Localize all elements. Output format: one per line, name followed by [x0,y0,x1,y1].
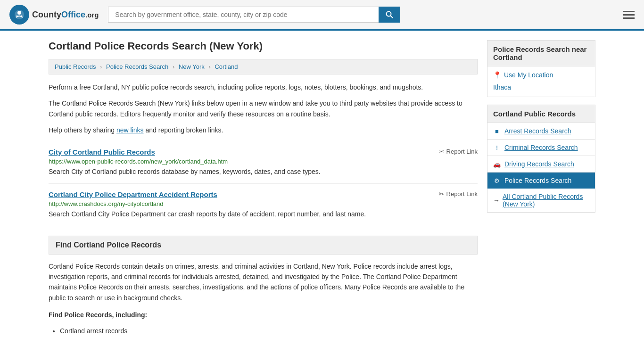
driving-icon: 🚗 [493,161,501,168]
nav-link-arrest[interactable]: Arrest Records Search [504,127,571,135]
breadcrumb-sep-1: › [100,63,102,70]
nav-label-police: Police Records Search [504,177,571,184]
logo-text: CountyOffice.org [32,10,99,20]
resource-title-2[interactable]: Cortland City Police Department Accident… [49,190,217,198]
nav-item-police[interactable]: ⚙ Police Records Search [487,173,595,189]
sidebar-records-header: Cortland Public Records [487,105,595,123]
logo-icon [9,5,29,25]
report-icon-1: ✂ [439,148,444,155]
nav-link-driving[interactable]: Driving Records Search [504,160,574,168]
report-link-btn-2[interactable]: ✂ Report Link [439,190,478,197]
resource-header-2: Cortland City Police Department Accident… [49,190,478,198]
report-icon-2: ✂ [439,190,444,197]
svg-point-2 [17,11,21,15]
new-links-link[interactable]: new links [116,126,144,134]
sidebar-nearby-body: 📍 Use My Location Ithaca [487,66,595,97]
report-link-btn-1[interactable]: ✂ Report Link [439,148,478,155]
resource-desc-1: Search City of Cortland public records d… [49,167,478,177]
content-area: Cortland Police Records Search (New York… [49,40,478,336]
menu-button[interactable] [623,11,635,19]
sidebar: Police Records Search near Cortland 📍 Us… [487,40,595,336]
use-my-location-btn[interactable]: 📍 Use My Location [493,71,589,79]
all-records-link[interactable]: All Cortland Public Records (New York) [503,193,589,208]
breadcrumb-new-york[interactable]: New York [179,63,205,70]
resource-url-2[interactable]: http://www.crashdocs.org/ny-cityofcortla… [49,200,478,207]
find-section-list-header: Find Police Records, including: [49,310,478,320]
resource-title-1[interactable]: City of Cortland Public Records [49,148,155,156]
breadcrumb-cortland[interactable]: Cortland [215,63,238,70]
nav-item-driving[interactable]: 🚗 Driving Records Search [487,156,595,173]
page-title: Cortland Police Records Search (New York… [49,40,478,52]
location-pin-icon: 📍 [493,71,501,79]
site-logo[interactable]: CountyOffice.org [9,5,99,25]
svg-point-5 [387,12,391,16]
search-input[interactable] [108,7,379,23]
breadcrumb-sep-2: › [173,63,174,70]
resource-card-1: City of Cortland Public Records ✂ Report… [49,141,478,184]
resource-header-1: City of Cortland Public Records ✂ Report… [49,148,478,156]
records-nav: ■ Arrest Records Search ! Criminal Recor… [487,123,595,189]
find-section-list: Cortland arrest records [60,327,478,335]
sidebar-nearby-header: Police Records Search near Cortland [487,41,595,66]
sidebar-records-section: Cortland Public Records ■ Arrest Records… [487,105,595,213]
all-records-item[interactable]: → All Cortland Public Records (New York) [487,189,595,212]
breadcrumb-public-records[interactable]: Public Records [55,63,96,70]
resource-card-2: Cortland City Police Department Accident… [49,184,478,226]
arrow-icon: → [493,197,500,204]
sidebar-nearby-section: Police Records Search near Cortland 📍 Us… [487,40,595,97]
svg-line-6 [391,16,393,18]
desc-para-2: The Cortland Police Records Search (New … [49,98,478,119]
nav-link-criminal[interactable]: Criminal Records Search [504,144,578,151]
find-section-header: Find Cortland Police Records [49,236,478,255]
sidebar-link-ithaca[interactable]: Ithaca [493,82,589,92]
resource-url-1[interactable]: https://www.open-public-records.com/new_… [49,158,478,165]
nav-item-arrest[interactable]: ■ Arrest Records Search [487,123,595,140]
resource-desc-2: Search Cortland City Police Department c… [49,209,478,219]
police-icon: ⚙ [493,177,501,184]
svg-point-3 [17,16,18,17]
nav-item-criminal[interactable]: ! Criminal Records Search [487,140,595,156]
description-block: Perform a free Cortland, NY public polic… [49,82,478,136]
desc-para-1: Perform a free Cortland, NY public polic… [49,82,478,92]
breadcrumb-police-records[interactable]: Police Records Search [106,63,168,70]
svg-point-4 [21,16,23,17]
main-container: Cortland Police Records Search (New York… [39,31,605,345]
find-section: Find Cortland Police Records Cortland Po… [49,236,478,335]
find-section-body: Cortland Police Records contain details … [49,261,478,304]
site-header: CountyOffice.org [0,0,644,31]
search-bar [108,7,400,23]
breadcrumb-sep-3: › [208,63,210,70]
list-item: Cortland arrest records [60,327,478,335]
search-button[interactable] [379,7,400,23]
arrest-icon: ■ [493,128,501,135]
breadcrumb: Public Records › Police Records Search ›… [49,59,478,74]
criminal-icon: ! [493,144,501,151]
desc-para-3: Help others by sharing new links and rep… [49,125,478,135]
